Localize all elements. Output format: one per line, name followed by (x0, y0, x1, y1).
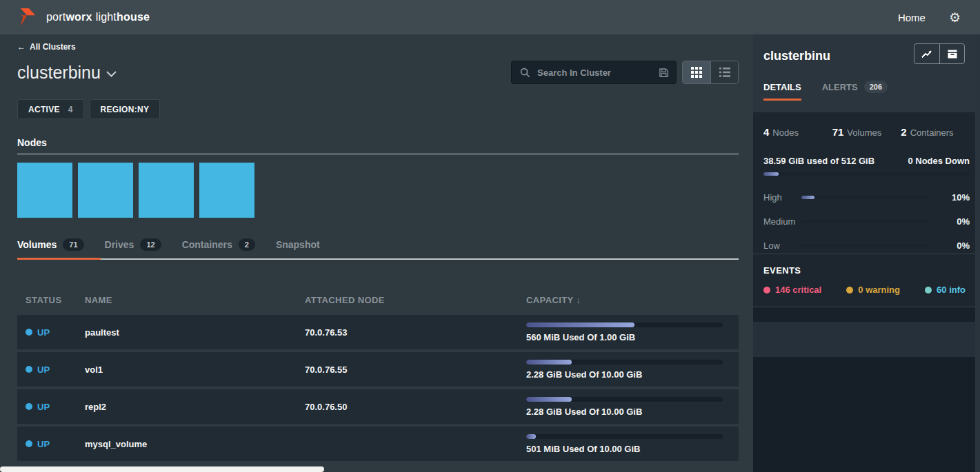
level-label: Medium (763, 216, 801, 227)
attached-node: 70.0.76.53 (305, 327, 526, 338)
volume-name: paultest (85, 327, 305, 338)
level-bar (801, 244, 929, 247)
tab-label: DETAILS (763, 82, 801, 92)
cluster-main-panel: ← All Clusters clusterbinu (0, 34, 753, 472)
chip-label: REGION:NY (101, 105, 150, 114)
sidebar-details-body: 4Nodes 71Volumes 2Containers 38.59 GiB u… (753, 112, 980, 254)
events-section: EVENTS 146 critical 0 warning 60 info (753, 254, 980, 307)
events-critical[interactable]: 146 critical (763, 285, 821, 295)
capacity-bar-fill (526, 322, 634, 327)
filter-chip-region[interactable]: REGION:NY (90, 99, 161, 119)
column-header-attached-node[interactable]: ATTACHED NODE (305, 295, 526, 305)
node-tile[interactable] (78, 163, 133, 218)
filter-chip-active[interactable]: ACTIVE 4 (17, 99, 84, 119)
cluster-metrics-button[interactable] (914, 44, 939, 63)
search-input[interactable] (537, 68, 659, 78)
status-cell: UP (26, 402, 85, 412)
tab-snapshot[interactable]: Snapshot (276, 239, 320, 250)
portworx-logo-icon (17, 7, 38, 28)
stat-containers: 2Containers (901, 126, 970, 138)
horizontal-scrollbar[interactable] (0, 466, 324, 472)
status-up-dot-icon (26, 403, 32, 410)
node-tile[interactable] (199, 163, 254, 218)
cluster-details-sidebar: clusterbinu (753, 34, 980, 472)
line-chart-icon (921, 49, 932, 59)
search-box (511, 61, 677, 84)
attached-node: 70.0.76.55 (305, 365, 526, 375)
active-tab-underline (17, 258, 101, 260)
table-row[interactable]: UP mysql_volume 501 MiB Used Of 10.00 Gi… (17, 427, 739, 461)
storage-used-text: 38.59 GiB used of 512 GiB (763, 156, 874, 166)
sidebar-header: clusterbinu (753, 34, 980, 112)
stat-nodes: 4Nodes (763, 126, 832, 138)
table-row[interactable]: UP vol1 70.0.76.55 2.28 GiB Used Of 10.0… (17, 352, 739, 387)
capacity-cell: 560 MiB Used Of 1.00 GiB (526, 322, 739, 342)
capacity-cell: 501 MiB Used Of 10.00 GiB (526, 434, 739, 454)
column-header-capacity[interactable]: CAPACITY ↓ (526, 295, 739, 305)
tab-label: Drives (105, 239, 134, 250)
sidebar-scrollbar[interactable] (975, 34, 980, 472)
level-row-high: High 10% (763, 185, 970, 209)
events-info[interactable]: 60 info (925, 285, 966, 295)
status-label: UP (37, 439, 50, 449)
cluster-archive-button[interactable] (939, 44, 964, 63)
level-bar (801, 220, 929, 223)
capacity-bar (526, 322, 723, 327)
save-search-icon[interactable] (659, 68, 669, 78)
tab-drives[interactable]: Drives 12 (105, 238, 161, 251)
tab-label: Containers (182, 239, 232, 250)
column-header-status[interactable]: STATUS (26, 295, 85, 305)
status-up-dot-icon (26, 440, 32, 447)
top-navbar: portworxlighthouse Home ⚙ (0, 0, 980, 34)
cluster-title-dropdown[interactable]: clusterbinu (17, 63, 117, 83)
table-row[interactable]: UP paultest 70.0.76.53 560 MiB Used Of 1… (17, 315, 739, 349)
tab-label: ALERTS (822, 82, 858, 92)
tab-count-badge: 71 (63, 238, 83, 251)
event-label: 0 warning (858, 285, 900, 295)
grid-view-button[interactable] (683, 61, 710, 83)
list-view-button[interactable] (710, 61, 738, 83)
resource-tabs: Volumes 71 Drives 12 Containers 2 Snapsh… (17, 238, 739, 260)
table-row[interactable]: UP repl2 70.0.76.50 2.28 GiB Used Of 10.… (17, 389, 739, 424)
all-clusters-back-link[interactable]: ← All Clusters (17, 42, 76, 52)
settings-gear-icon[interactable]: ⚙ (949, 11, 961, 24)
home-link[interactable]: Home (898, 12, 926, 23)
sidebar-tab-details[interactable]: DETAILS (763, 82, 801, 101)
capacity-bar (526, 360, 723, 365)
volume-name: repl2 (85, 402, 305, 412)
node-tile[interactable] (139, 163, 194, 218)
level-row-medium: Medium 0% (763, 209, 970, 234)
node-tile[interactable] (17, 163, 72, 218)
status-cell: UP (26, 365, 85, 375)
portworx-brand[interactable]: portworxlighthouse (17, 7, 150, 28)
tab-volumes[interactable]: Volumes 71 (17, 238, 84, 251)
level-percent: 0% (957, 216, 970, 227)
sidebar-tabs: DETAILS ALERTS 206 (763, 81, 965, 101)
nodes-down-text: 0 Nodes Down (908, 156, 970, 166)
level-bar (801, 196, 929, 199)
tab-badge: 206 (864, 81, 888, 93)
view-toggle-group (682, 61, 739, 84)
status-up-dot-icon (26, 329, 32, 336)
status-label: UP (37, 327, 50, 338)
column-header-name[interactable]: NAME (85, 295, 305, 305)
capacity-text: 2.28 GiB Used Of 10.00 GiB (526, 407, 723, 417)
level-label: Low (763, 240, 801, 251)
storage-usage-bar (763, 172, 970, 176)
events-warning[interactable]: 0 warning (846, 285, 900, 295)
sidebar-cluster-title: clusterbinu (763, 49, 830, 63)
capacity-bar-fill (526, 434, 536, 439)
status-label: UP (37, 402, 50, 412)
nodes-heading: Nodes (17, 137, 739, 148)
tab-containers[interactable]: Containers 2 (182, 238, 255, 251)
storage-usage: 38.59 GiB used of 512 GiB 0 Nodes Down (763, 156, 970, 176)
status-cell: UP (26, 439, 85, 449)
tab-label: Snapshot (276, 239, 320, 250)
navbar-right: Home ⚙ (898, 11, 961, 24)
column-label: CAPACITY (526, 295, 573, 305)
event-label: 146 critical (775, 285, 821, 295)
capacity-bar (526, 397, 723, 402)
sidebar-tab-alerts[interactable]: ALERTS 206 (822, 81, 888, 101)
chip-label: ACTIVE (28, 105, 60, 114)
back-link-label: All Clusters (30, 42, 76, 52)
